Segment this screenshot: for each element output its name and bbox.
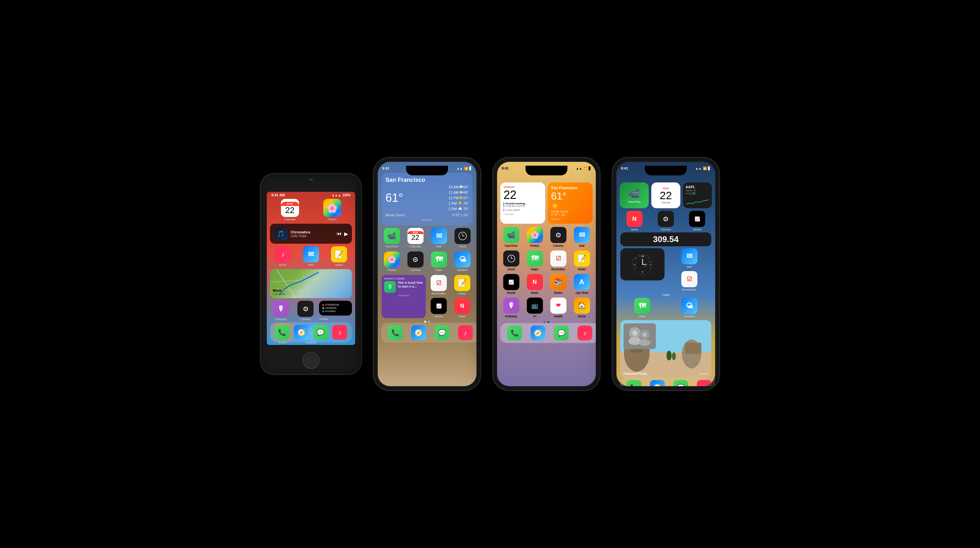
se-top-speaker [309,179,313,181]
notes-app-1[interactable]: 📝 Notes [326,246,351,267]
news-icon-2: N [454,298,470,314]
dock-safari-1[interactable]: 🧭 [294,325,309,340]
dock-messages-1[interactable]: 💬 [313,325,328,340]
dock-2: 📞 🧭 💬 ♪ [381,322,476,343]
podcasts-app-1[interactable]: 🎙 Podcasts [270,301,292,321]
dock-phone-1[interactable]: 📞 [275,325,290,340]
appstore-3[interactable]: A App Store [572,274,592,294]
dock-safari-3[interactable]: 🧭 [531,326,546,340]
messages-icon-3: 💬 [554,326,569,340]
calendar-app-2[interactable]: MON 22 Calendar [405,228,425,248]
cal-widget-3[interactable]: MONDAY 22 Kickoff meeting... 10:30 AM–1:… [500,183,545,224]
facetime-app-2[interactable]: 📹 FaceTime [382,228,402,248]
weather-row-10am: 10 AM ☁️ 64° [449,185,469,189]
dock-phone-2[interactable]: 📞 [388,325,402,340]
dock-music-4[interactable]: ♪ [697,380,712,386]
weather-widget-2[interactable]: San Francisco 61° 10 AM ☁️ 64° 11 AM 🌤 [382,173,473,226]
screen1-bg: 9:41 AM ▲▲▲ 100% MON 22 [267,192,355,345]
stocks-price-widget[interactable]: 309.54 [620,232,711,246]
reminders-icon-3: ☑ [550,251,566,267]
reminders-app-2[interactable]: ☑ Reminders [428,275,449,295]
dock-music-3[interactable]: ♪ [578,326,592,340]
weather-4[interactable]: 🌤 Weather [667,298,711,318]
stocks-graph-4 [686,199,710,206]
mail-label-4: Mail [686,265,692,268]
dock-messages-2[interactable]: 💬 [434,325,449,340]
stocks-4[interactable]: 📈 Stocks [683,211,711,231]
photos-icon-1: 🌸 [323,199,341,217]
time-12pm: 12 PM [449,196,459,200]
dock-music-1[interactable]: ♪ [332,325,347,340]
tv-3[interactable]: 📺 TV [525,297,545,318]
clock-3[interactable]: Clock [501,251,521,271]
weather-desc-row-2: Mostly Sunny H:70° L:53° [385,213,469,217]
dock-phone-4[interactable]: 📞 [627,380,641,386]
facetime-3[interactable]: 📹 FaceTime [501,227,521,247]
stocks-top: AAPL Apple Inc. ++1.89 [686,185,710,195]
reminders-4[interactable]: ☑ Reminders [667,271,711,291]
svg-point-32 [667,351,671,361]
cal-widget-4[interactable]: MON 22 Calendar [651,183,680,208]
mail-3[interactable]: ✉ Mail [572,227,592,247]
news-4[interactable]: N News [620,211,648,231]
health-3[interactable]: ❤ Health [548,297,568,318]
camera-app-1[interactable]: ⊙ Camera [294,301,317,321]
maps-4[interactable]: 🗺 Maps [620,298,664,318]
stand-text: 4/12HRS [325,310,336,313]
photos-3[interactable]: 🌸 Photos [525,227,545,247]
camera-4[interactable]: ⊙ Camera [652,211,680,231]
camera-3[interactable]: ⊙ Camera [548,227,568,247]
facetime-widget-4[interactable]: 📹 FaceTime [620,183,649,208]
maps-app-2[interactable]: 🗺 Maps [429,251,449,272]
reminders-3[interactable]: ☑ Reminders [548,251,568,271]
svg-point-40 [642,332,647,337]
activity-widget-1[interactable]: 375/500CAL 19/30MIN 4/12HRS [319,301,352,321]
mail-app-2[interactable]: ✉ Mail [429,228,449,248]
notes-3[interactable]: 📝 Notes [572,251,592,271]
play-icon[interactable]: ▶ [344,231,348,237]
weather-hilo-2: H:70° L:53° [452,213,469,217]
app-grid-3: 📹 FaceTime 🌸 Photos ⊙ Camera ✉ Mail [497,227,596,318]
books-3[interactable]: 📚 Books [548,274,568,294]
camera-app-2[interactable]: ⊙ Camera [405,251,425,272]
dock-safari-2[interactable]: 🧭 [411,325,426,340]
dock-phone-3[interactable]: 📞 [507,326,522,340]
prev-icon[interactable]: ⏮ [336,231,342,237]
weather-widget-3[interactable]: San Francisco 61° ☀️ Mostly Sunny H:70° … [548,183,593,224]
notes-app-2[interactable]: 📝 Notes [452,275,473,295]
appstore-label-3: App Store [575,291,588,294]
mail-app-1[interactable]: ✉ Mail [299,246,323,267]
music-widget-1[interactable]: 🎵 Chromatica Lady Gaga ⏮ ▶ [270,224,352,244]
wifi-icon-3: 📶 [584,167,587,170]
podcast-widget-2[interactable]: RECENTLY ADDED 🎙 This Is Good Time To St… [382,275,426,318]
dock-safari-4[interactable]: 🧭 [650,380,665,386]
dock-messages-3[interactable]: 💬 [554,326,569,340]
photo-widget-4[interactable]: Featured Photo Photos [620,320,711,378]
clock-widget-4[interactable]: 12 3 6 9 10 2 4 8 11 1 +9 BER [620,248,665,280]
reminders-label-2: Reminders [432,292,446,295]
news-3[interactable]: N News [525,274,545,294]
home-3[interactable]: 🏠 Home [572,297,592,318]
dock-messages-4[interactable]: 💬 [673,380,688,386]
clock-app-2[interactable]: Clock [452,228,473,248]
calories-dot [322,304,324,306]
podcasts-3[interactable]: 🎙 Podcasts [501,297,521,318]
stocks-app-2[interactable]: 📈 Stocks [428,298,449,318]
stocks-3[interactable]: 📈 Stocks [501,274,521,294]
maps-widget-1[interactable]: Work 1 hr 5 min [270,269,352,298]
music-controls[interactable]: ⏮ ▶ [336,231,348,237]
music-app-1[interactable]: ♪ Music [270,246,296,267]
screen3: 9:41 ▲▲ 📶 ▋ MONDAY 22 Kickoff meeting... [497,162,596,386]
dock-music-2[interactable]: ♪ [458,325,473,340]
photos-app-1[interactable]: 🌸 Photos [312,199,352,221]
icon-2pm: ☁️ [458,206,462,211]
stocks-widget-4[interactable]: AAPL Apple Inc. ++1.89 [683,183,712,208]
news-app-2[interactable]: N News [452,298,473,318]
photos-label-3: Photos [530,244,539,247]
calendar-app-1[interactable]: MON 22 Calendar [270,199,310,221]
maps-3[interactable]: 🗺 Maps [525,251,545,271]
mail-4[interactable]: ✉ Mail [667,248,711,268]
home-button-se[interactable] [302,352,319,369]
weather-app-2[interactable]: 🌤 Weather [452,251,473,272]
photos-app-2[interactable]: 🌸 Photos [382,251,402,272]
